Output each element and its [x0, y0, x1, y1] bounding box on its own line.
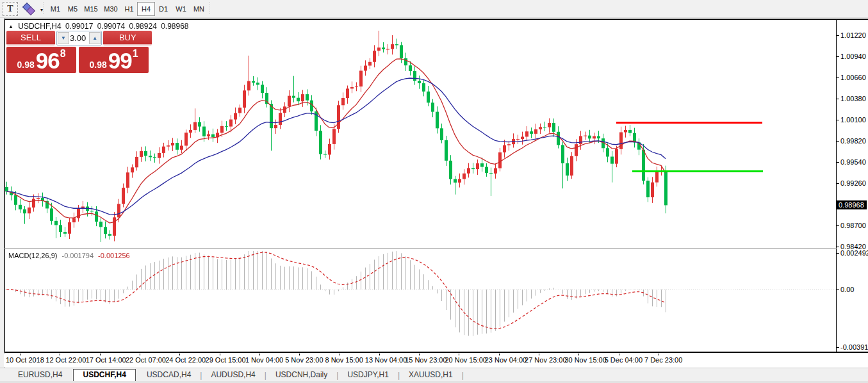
time-axis-tick [60, 354, 60, 355]
price-axis-label: 0.99540 [840, 158, 866, 166]
buy-price-pip: 1 [133, 48, 138, 60]
sell-price-box[interactable]: 0.98 96 8 [6, 47, 76, 73]
chart-tab-usdchf[interactable]: USDCHF,H4 [73, 369, 135, 382]
time-axis-label: 20 Nov 15:00 [445, 356, 486, 364]
sell-price-pip: 8 [60, 48, 66, 60]
price-axis-label: 1.00380 [840, 95, 866, 102]
price-axis-label: 1.00100 [840, 116, 866, 124]
macd-axis-label: -0.003913 [840, 343, 868, 351]
price-axis-tick [837, 77, 839, 78]
timeframe-button-d1[interactable]: D1 [154, 2, 172, 16]
macd-axis-label: 0.00 [840, 286, 854, 293]
timeframe-button-m1[interactable]: M1 [46, 2, 65, 16]
price-axis-label: 0.99820 [840, 137, 866, 145]
timeframe-button-w1[interactable]: W1 [172, 2, 190, 16]
macd-separator[interactable] [4, 249, 837, 249]
ohlc-high: 0.99074 [97, 22, 125, 31]
chart-tab-usdcad[interactable]: USDCAD,H4 [138, 369, 200, 381]
price-axis-tick [837, 120, 839, 120]
time-axis-label: 17 Oct 14:00 [86, 356, 126, 364]
timeframe-button-m30[interactable]: M30 [101, 2, 121, 16]
chart-tab-audusd[interactable]: AUDUSD,H4 [202, 369, 264, 381]
time-axis-label: 23 Nov 04:00 [485, 356, 527, 364]
text-tool-icon[interactable]: T [3, 2, 18, 16]
symbol-name: USDCHF,H4 [18, 22, 61, 31]
time-axis-tick [179, 354, 180, 355]
chart-tab-xauusd[interactable]: XAUUSD,H1 [400, 369, 462, 381]
timeframe-button-m15[interactable]: M15 [81, 2, 101, 16]
time-axis-tick [459, 354, 459, 355]
macd-axis-tick [837, 347, 839, 348]
time-axis-tick [140, 354, 140, 355]
buy-price-box[interactable]: 0.98 99 1 [79, 47, 149, 73]
buy-price-prefix: 0.98 [89, 58, 106, 71]
collapse-triangle-icon[interactable]: ▲ [8, 24, 13, 29]
price-axis-label: 0.98700 [840, 222, 866, 229]
macd-signal-value: -0.001256 [98, 252, 130, 259]
time-axis-tick [20, 354, 20, 355]
macd-name: MACD(12,26,9) [8, 252, 57, 259]
time-axis-tick [578, 354, 579, 355]
current-price-badge: 0.98968 [837, 200, 867, 209]
volume-decrease-button[interactable]: ▼ [58, 32, 69, 44]
price-axis-tick [837, 247, 839, 247]
price-axis-tick [837, 56, 839, 57]
toolbar-separator [209, 2, 211, 15]
price-axis-label: 1.00940 [840, 53, 866, 60]
price-axis-tick [837, 35, 839, 36]
buy-button[interactable]: BUY [103, 31, 152, 45]
one-click-trading-panel: SELL ▼ 3.00 ▲ BUY 0.98 96 8 0.98 99 1 [6, 31, 149, 73]
volume-value[interactable]: 3.00 [70, 31, 88, 45]
draw-arrows-icon[interactable]: ▾ [22, 2, 44, 15]
ohlc-close: 0.98968 [161, 22, 188, 31]
macd-axis-label: 0.002492 [840, 249, 868, 257]
toolbar: T ▾ M1M5M15M30H1H4D1W1MN [0, 0, 868, 18]
time-axis-tick [340, 354, 340, 355]
price-axis-label: 1.00660 [840, 74, 866, 81]
time-axis-tick [299, 354, 300, 355]
volume-stepper: ▼ 3.00 ▲ [56, 31, 102, 45]
time-axis-label: 22 Oct 07:00 [126, 356, 166, 364]
price-axis-tick [837, 225, 839, 226]
buy-price-big: 99 [108, 50, 132, 71]
time-axis-tick [539, 354, 539, 355]
chart-tab-usdjpy[interactable]: USDJPY,H1 [338, 369, 397, 381]
price-axis-label: 0.99260 [840, 179, 866, 187]
timeframe-button-h4[interactable]: H4 [137, 2, 155, 16]
price-axis-label: 1.01220 [840, 31, 866, 39]
timeframe-button-h1[interactable]: H1 [120, 2, 138, 16]
time-axis-label: 13 Nov 04:00 [365, 356, 407, 364]
timeframe-button-m5[interactable]: M5 [64, 2, 81, 16]
chart-border-bottom [4, 352, 868, 353]
timeframe-button-mn[interactable]: MN [190, 2, 208, 16]
time-axis[interactable]: 10 Oct 201812 Oct 22:0017 Oct 14:0022 Oc… [4, 354, 868, 367]
time-axis-tick [419, 354, 420, 355]
symbol-ohlc-header: ▲ USDCHF,H4 0.99017 0.99074 0.98924 0.98… [8, 22, 191, 31]
price-axis-tick [837, 141, 839, 142]
toolbar-separator [42, 2, 44, 15]
time-axis-label: 27 Nov 23:00 [525, 356, 566, 364]
time-axis-tick [499, 354, 500, 355]
price-axis-tick [837, 183, 839, 184]
price-axis-tick [837, 99, 839, 99]
ohlc-open: 0.99017 [65, 22, 93, 31]
sell-price-prefix: 0.98 [17, 58, 34, 71]
time-axis-label: 5 Dec 04:00 [605, 356, 643, 364]
time-axis-label: 10 Oct 2018 [6, 356, 44, 364]
macd-indicator-canvas[interactable] [5, 251, 836, 352]
axis-border [836, 19, 837, 353]
macd-axis-tick [837, 289, 839, 290]
sell-button[interactable]: SELL [6, 31, 55, 45]
time-axis-tick [259, 354, 260, 355]
chart-tab-bar: EURUSD,H4|USDCHF,H4|USDCAD,H4|AUDUSD,H4|… [0, 368, 868, 382]
time-axis-tick [379, 354, 380, 355]
chart-tab-usdcnh[interactable]: USDCNH,Daily [266, 369, 336, 381]
time-axis-label: 24 Oct 22:00 [165, 356, 206, 364]
time-axis-label: 30 Nov 15:00 [564, 356, 606, 364]
chart-tab-eurusd[interactable]: EURUSD,H4 [9, 369, 71, 381]
time-axis-label: 8 Nov 15:00 [325, 356, 363, 364]
volume-increase-button[interactable]: ▲ [89, 32, 101, 44]
time-axis-tick [220, 354, 220, 355]
mt4-window: T ▾ M1M5M15M30H1H4D1W1MN ▲ USDCHF,H4 0.9… [0, 0, 868, 383]
time-axis-label: 1 Nov 04:00 [245, 356, 283, 364]
